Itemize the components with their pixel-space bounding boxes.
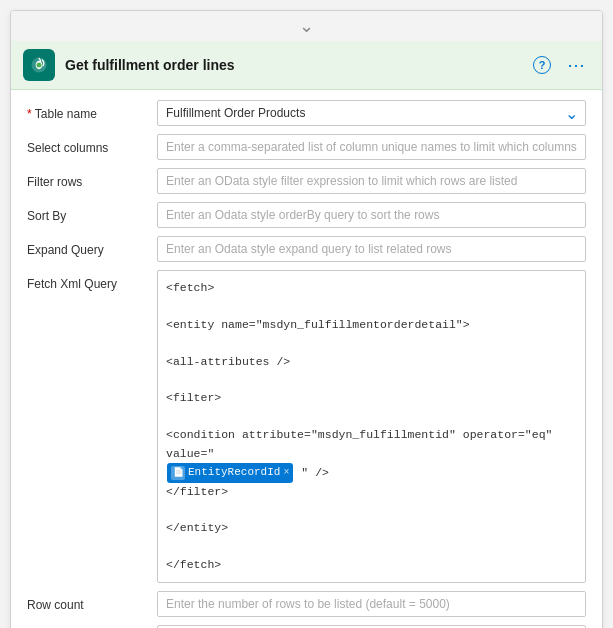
fetch-xml-row: Fetch Xml Query <fetch> <entity name="ms… bbox=[27, 270, 586, 583]
fetch-xml-line8: </entity> bbox=[166, 519, 577, 537]
app-icon bbox=[23, 49, 55, 81]
token-icon: 📄 bbox=[171, 466, 185, 480]
fetch-xml-label: Fetch Xml Query bbox=[27, 270, 157, 291]
svg-point-1 bbox=[37, 63, 42, 68]
fetch-xml-line7: </filter> bbox=[166, 483, 577, 501]
fetch-xml-line2: <entity name="msdyn_fulfillmentorderdeta… bbox=[166, 316, 577, 334]
filter-rows-input[interactable] bbox=[157, 168, 586, 194]
token-close-icon[interactable]: × bbox=[283, 465, 289, 481]
sort-by-label: Sort By bbox=[27, 202, 157, 223]
select-columns-label: Select columns bbox=[27, 134, 157, 155]
more-icon: ⋯ bbox=[567, 54, 586, 76]
header-left: Get fulfillment order lines bbox=[23, 49, 235, 81]
select-columns-input[interactable] bbox=[157, 134, 586, 160]
filter-rows-label: Filter rows bbox=[27, 168, 157, 189]
row-count-input[interactable] bbox=[157, 591, 586, 617]
fetch-xml-editor[interactable]: <fetch> <entity name="msdyn_fulfillmento… bbox=[157, 270, 586, 583]
help-button[interactable]: ? bbox=[529, 54, 555, 76]
table-name-label: Table name bbox=[27, 100, 157, 121]
fetch-xml-line5: <condition attribute="msdyn_fulfillmenti… bbox=[166, 426, 577, 463]
sort-by-input[interactable] bbox=[157, 202, 586, 228]
table-name-select-wrapper: Fulfillment Order Products ⌄ bbox=[157, 100, 586, 126]
more-button[interactable]: ⋯ bbox=[563, 52, 590, 78]
connector-arrow-top: ⌄ bbox=[11, 11, 602, 41]
row-count-label: Row count bbox=[27, 591, 157, 612]
table-name-row: Table name Fulfillment Order Products ⌄ bbox=[27, 100, 586, 126]
token-label: EntityRecordId bbox=[188, 464, 280, 482]
table-name-select[interactable]: Fulfillment Order Products bbox=[157, 100, 586, 126]
filter-rows-row: Filter rows bbox=[27, 168, 586, 194]
card-body: Table name Fulfillment Order Products ⌄ … bbox=[11, 90, 602, 628]
card-title: Get fulfillment order lines bbox=[65, 57, 235, 73]
header-actions: ? ⋯ bbox=[529, 52, 590, 78]
expand-query-label: Expand Query bbox=[27, 236, 157, 257]
sort-by-row: Sort By bbox=[27, 202, 586, 228]
select-columns-row: Select columns bbox=[27, 134, 586, 160]
expand-query-row: Expand Query bbox=[27, 236, 586, 262]
fetch-xml-line3: <all-attributes /> bbox=[166, 353, 577, 371]
action-card: ⌄ Get fulfillment order lines ? ⋯ bbox=[10, 10, 603, 628]
help-icon: ? bbox=[533, 56, 551, 74]
card-header: Get fulfillment order lines ? ⋯ bbox=[11, 41, 602, 90]
expand-query-input[interactable] bbox=[157, 236, 586, 262]
fetch-xml-line9: </fetch> bbox=[166, 556, 577, 574]
fetch-xml-line1: <fetch> bbox=[166, 279, 577, 297]
entity-record-id-token[interactable]: 📄 EntityRecordId × bbox=[167, 463, 293, 483]
row-count-row: Row count bbox=[27, 591, 586, 617]
fetch-xml-line6: " /> bbox=[301, 466, 329, 479]
fetch-xml-line4: <filter> bbox=[166, 389, 577, 407]
